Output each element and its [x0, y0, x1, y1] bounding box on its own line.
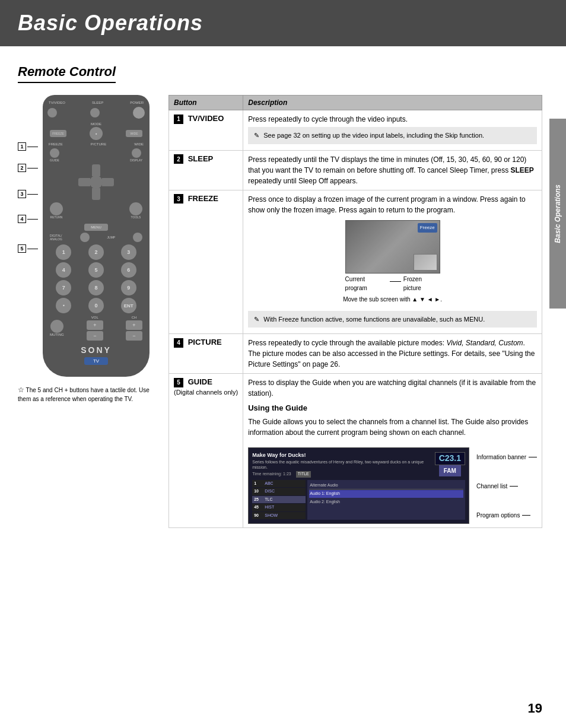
dpad-right[interactable] [102, 178, 114, 186]
btn-dot[interactable]: · [56, 298, 71, 313]
current-program-label: Current program [345, 275, 396, 293]
row-num-5: 5 [174, 378, 183, 387]
dpad-down[interactable] [92, 188, 100, 200]
numpad-row-2: 4 5 6 [47, 262, 145, 278]
note-text-tvvideo: See page 32 on setting up the video inpu… [263, 132, 484, 139]
table-row: 3 FREEZE Press once to display a frozen … [169, 190, 542, 334]
freeze-small-img [414, 254, 437, 271]
note-box-freeze: ✎ With Freeze function active, some func… [248, 311, 537, 328]
col-header-description: Description [243, 96, 542, 110]
guide-channel-name: FAM [439, 465, 461, 476]
dpad-area [47, 164, 145, 200]
dpad[interactable] [78, 164, 114, 200]
ch-minus[interactable]: − [126, 331, 142, 341]
btn-cell-guide: 5 GUIDE(Digital channels only) [169, 374, 243, 528]
muting-button[interactable] [50, 320, 63, 333]
channel-list-label: Channel list [476, 482, 507, 491]
btn-3[interactable]: 3 [121, 244, 136, 260]
side-label: Basic Operations [549, 119, 566, 309]
guide-channel-list: 1 ABC 10 DISC [252, 480, 306, 520]
btn-5[interactable]: 5 [88, 262, 104, 278]
power-button[interactable] [133, 107, 145, 119]
btn-ent[interactable]: ENT [121, 298, 136, 313]
picture-button[interactable]: ● [90, 127, 103, 140]
guide-body-text: The Guide allows you to select the chann… [248, 417, 537, 438]
vol-plus[interactable]: + [87, 320, 103, 330]
channel-row-90: 90 SHOW [252, 512, 306, 520]
info-banner-annotation: Information banner [476, 453, 537, 462]
btn-0[interactable]: 0 [88, 298, 104, 313]
table-row: 2 SLEEP Press repeatedly until the TV di… [169, 150, 542, 190]
return-button[interactable] [50, 202, 63, 215]
numpad-row-1: 1 2 3 [47, 244, 145, 260]
ch-num-10: 10 [254, 488, 262, 495]
page-header: Basic Operations [0, 0, 566, 46]
desc-text-freeze: Press once to display a frozen image of … [248, 194, 537, 215]
note-icon-1: ✎ [254, 132, 259, 139]
ch-num-25: 25 [254, 497, 262, 503]
desc-cell-freeze: Press once to display a frozen image of … [243, 190, 542, 334]
channel-row-25: 25 TLC [252, 496, 306, 504]
audio1-option: Audio 1: English [309, 490, 463, 498]
btn-label-tvvideo: TV/VIDEO [188, 114, 224, 123]
wide-button[interactable]: WIDE [126, 130, 142, 137]
jump-button[interactable] [133, 233, 142, 242]
frozen-label-text: Frozen picture [403, 275, 440, 293]
content-row: 1 2 3 4 [18, 95, 542, 528]
ch-name-1: ABC [265, 481, 273, 487]
guide-program-title: Make Way for Ducks! [252, 452, 431, 460]
btn-8[interactable]: 8 [88, 280, 104, 295]
note-icon-freeze: ✎ [254, 316, 259, 323]
dpad-center[interactable] [90, 176, 103, 189]
btn-label-freeze: FREEZE [188, 194, 218, 203]
row-num-1: 1 [174, 115, 183, 124]
row-num-2: 2 [174, 154, 183, 164]
desc-cell-picture: Press repeatedly to cycle through the av… [243, 334, 542, 374]
btn-7[interactable]: 7 [56, 280, 71, 295]
sleep-button[interactable] [90, 108, 100, 117]
freeze-diagram: Freeze Current program [248, 220, 537, 306]
guide-time-row: Time remaining: 1:23 TITLE [252, 471, 431, 478]
guide-display-row: GUIDE DISPLAY [47, 148, 145, 162]
desc-cell-sleep: Press repeatedly until the TV displays t… [243, 150, 542, 190]
menu-button[interactable]: MENU [84, 224, 108, 231]
guide-layout: Make Way for Ducks! Series follows the a… [248, 443, 537, 524]
tv-badge: TV [84, 357, 108, 365]
dpad-left[interactable] [78, 178, 90, 186]
btn-4[interactable]: 4 [56, 262, 71, 278]
program-options-label: Program options [476, 511, 520, 520]
channel-row-10: 10 DISC [252, 488, 306, 495]
tools-button[interactable] [129, 202, 142, 215]
guide-channels-area: 1 ABC 10 DISC [252, 480, 465, 520]
btn-2[interactable]: 2 [88, 244, 104, 260]
display-button[interactable] [132, 148, 141, 158]
btn-label-picture: PICTURE [188, 338, 222, 346]
guide-button[interactable] [50, 148, 59, 158]
btn-6[interactable]: 6 [121, 262, 136, 278]
btn-9[interactable]: 9 [121, 280, 136, 295]
operations-table-col: Button Description 1 TV/VIDEO Press repe… [168, 95, 542, 528]
dpad-up[interactable] [92, 164, 100, 176]
freeze-diagram-labels: Current program Frozen picture [345, 275, 440, 293]
remote-wrapper: 1 2 3 4 [18, 95, 150, 379]
note-text-freeze: With Freeze function active, some functi… [263, 316, 485, 323]
vol-minus[interactable]: − [87, 331, 103, 341]
ch-num-90: 90 [254, 513, 262, 519]
numpad-row-4: · 0 ENT [47, 298, 145, 313]
tv-video-button[interactable] [47, 108, 57, 117]
freeze-image: Freeze [345, 220, 440, 274]
ch-num-45: 45 [254, 504, 262, 511]
guide-channel-badge: C23.1 [435, 452, 465, 465]
digital-analog-button[interactable] [80, 233, 90, 242]
table-header-row: Button Description [169, 96, 542, 110]
guide-info-left: Make Way for Ducks! Series follows the a… [252, 452, 431, 478]
ch-plus[interactable]: + [126, 320, 142, 330]
info-banner-line [529, 457, 537, 457]
guide-screenshot: Make Way for Ducks! Series follows the a… [248, 447, 469, 524]
btn-1[interactable]: 1 [56, 244, 71, 260]
ch-name-90: SHOW [265, 513, 278, 519]
freeze-button[interactable]: FREEZE [50, 130, 66, 137]
numpad-row-3: 7 8 9 [47, 280, 145, 295]
remote-marker-2: 2 [18, 164, 38, 172]
page-number: 19 [528, 701, 542, 716]
